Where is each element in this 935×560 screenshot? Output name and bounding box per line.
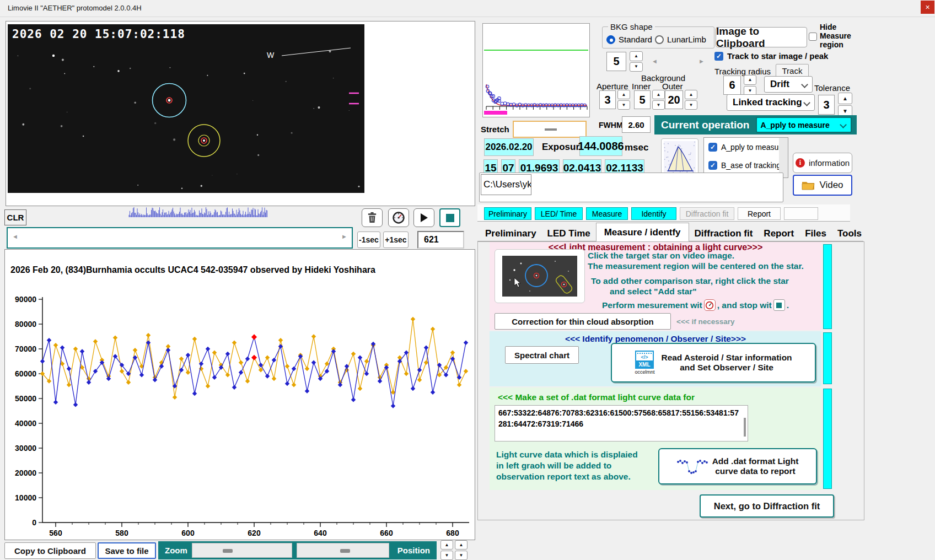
image-to-clipboard-button[interactable]: Image to Clipboard: [716, 27, 807, 47]
save-to-file-button[interactable]: Save to file: [98, 542, 156, 559]
tab-button-measure[interactable]: Measure: [586, 207, 628, 220]
play-button[interactable]: [413, 208, 434, 227]
position-slider[interactable]: [297, 543, 389, 558]
slider-left-icon[interactable]: ◄: [652, 58, 658, 64]
base-of-tracking-checkbox[interactable]: ✓ B_ase of tracking: [708, 161, 781, 170]
tab-button-led-time[interactable]: LED/ Time: [535, 207, 583, 220]
info-icon: i: [796, 158, 805, 168]
linked-tracking-dropdown[interactable]: Linked tracking: [727, 94, 815, 111]
zoom-slider-thumb[interactable]: [223, 549, 233, 553]
star-profile-chart: [482, 23, 590, 117]
frame-number-field[interactable]: 621: [417, 231, 464, 249]
tab-button-diffraction-fit: Diffraction fit: [680, 207, 734, 220]
tab-files[interactable]: Files: [799, 226, 832, 241]
thin-cloud-correction-button[interactable]: Correction for thin cloud absorption: [495, 313, 671, 330]
drift-dropdown[interactable]: Drift: [764, 76, 813, 93]
delete-button[interactable]: [362, 208, 383, 227]
dat-section-strip[interactable]: [823, 389, 832, 489]
clr-button[interactable]: CLR: [4, 209, 26, 225]
up-arrow-icon: ▲: [455, 540, 467, 550]
bkg-slider[interactable]: ◄ ►: [651, 55, 706, 69]
tab-preliminary[interactable]: Preliminary: [480, 226, 542, 241]
video-timestamp: 2026 02 20 15:07:02:118: [12, 28, 185, 41]
panel-scroll-strip: [779, 138, 788, 177]
tab-button-report[interactable]: Report: [738, 207, 781, 220]
tab-button-preliminary[interactable]: Preliminary: [484, 207, 531, 220]
close-icon: ×: [925, 3, 929, 12]
video-button[interactable]: Video: [793, 175, 852, 196]
tab-button-identify[interactable]: Identify: [631, 207, 676, 220]
mini-measure-button[interactable]: [704, 299, 716, 311]
copy-to-clipboard-button[interactable]: Copy to Clipboard: [4, 542, 96, 559]
slider-right-icon[interactable]: ►: [698, 58, 705, 64]
identify-section-strip[interactable]: [823, 332, 832, 384]
track-button[interactable]: Track: [776, 64, 809, 77]
video-path-box[interactable]: C:\Users\yk: [479, 173, 783, 202]
inner-field[interactable]: 5: [634, 90, 651, 109]
tab-row: PreliminaryLED TimeMeasure / identfyDiff…: [480, 223, 867, 241]
textarea-scrollbar[interactable]: [744, 418, 746, 437]
bkg-size-field[interactable]: 5: [606, 52, 626, 71]
fwhm-field: 2.60: [622, 116, 651, 133]
tab-diffraction-fit[interactable]: Diffraction fit: [689, 226, 759, 241]
video-image[interactable]: 2026 02 20 15:07:02:118 W: [8, 24, 364, 193]
tab-tools[interactable]: Tools: [832, 226, 867, 241]
tab-report[interactable]: Report: [758, 226, 799, 241]
dat-format-section: <<< Make a set of .dat format light curv…: [490, 387, 821, 490]
current-operation-label: Current operation: [661, 119, 749, 131]
information-button[interactable]: i information: [793, 153, 852, 173]
position-slider-thumb[interactable]: [340, 549, 350, 553]
track-to-star-checkbox[interactable]: ✓ Track to star image / peak: [714, 51, 828, 61]
bkg-size-spinner[interactable]: ▲▼: [630, 51, 643, 72]
mini-stop-button[interactable]: [773, 299, 785, 311]
radio-lunarlimb[interactable]: LunarLimb: [655, 35, 706, 44]
spectral-chart-button[interactable]: Spectral chart: [505, 346, 579, 364]
apply-to-measure-checkbox[interactable]: ✓ A_pply to measur: [708, 143, 781, 152]
tolerance-spinner[interactable]: ▲▼: [838, 93, 852, 117]
psf-view-button[interactable]: [661, 138, 698, 176]
close-button[interactable]: ×: [921, 1, 934, 14]
measure-section-strip[interactable]: [823, 244, 832, 329]
stretch-slider[interactable]: [513, 121, 587, 138]
stop-button[interactable]: [439, 208, 460, 227]
down-arrow-icon: ▼: [617, 100, 630, 110]
measure-button[interactable]: [388, 208, 409, 227]
linked-tracking-value: Linked tracking: [733, 97, 802, 108]
frame-scrollbar[interactable]: ◄ ►: [7, 227, 353, 249]
radio-standard[interactable]: Standard: [606, 35, 652, 44]
inner-spinner[interactable]: ▲▼: [652, 90, 665, 110]
drift-dropdown-value: Drift: [770, 79, 789, 90]
radio-standard-label: Standard: [619, 35, 652, 44]
scroll-left-icon[interactable]: ◄: [12, 233, 18, 240]
tab-led-time[interactable]: LED Time: [542, 226, 596, 241]
aperture-field[interactable]: 3: [599, 90, 616, 109]
scroll-right-icon[interactable]: ►: [341, 233, 347, 240]
current-operation-dropdown[interactable]: A_pply to measure: [756, 117, 852, 133]
hide-measure-checkbox[interactable]: [809, 33, 817, 41]
read-asteroid-button[interactable]: </>XML occelmnt Read Asteroid / Star inf…: [611, 343, 816, 383]
tracking-radius-spinner[interactable]: ▲▼: [744, 75, 756, 96]
outer-spinner[interactable]: ▲▼: [685, 90, 697, 110]
stretch-slider-thumb[interactable]: [545, 128, 557, 131]
aperture-spinner[interactable]: ▲▼: [617, 90, 630, 110]
video-path-field[interactable]: C:\Users\yk: [481, 174, 531, 195]
chart-spinner-2[interactable]: ▲▼: [455, 540, 467, 560]
add-dat-button[interactable]: Add .dat format Light curve data to repo…: [658, 448, 817, 484]
next-diffraction-button[interactable]: Next, go to Diffraction fit: [700, 494, 834, 518]
outer-field[interactable]: 20: [665, 90, 683, 109]
svg-text:90000: 90000: [15, 295, 36, 304]
measure-line1: Click the target star on video image.: [588, 251, 734, 261]
tolerance-field[interactable]: 3: [818, 95, 835, 115]
dat-data-textarea[interactable]: 667:53322:64876:70783:62316:61500:57568:…: [495, 405, 748, 441]
chevron-down-icon: [801, 81, 808, 88]
chart-spinner-1[interactable]: ▲▼: [440, 540, 453, 560]
tab-measure-identfy[interactable]: Measure / identfy: [596, 223, 689, 241]
zoom-slider[interactable]: [192, 543, 292, 558]
tracking-radius-field[interactable]: 6: [723, 76, 741, 95]
measure-line2: The measurement region will be centered …: [588, 261, 804, 271]
chevron-down-icon: [803, 99, 810, 106]
measure-line4: and select "Add star": [610, 287, 697, 297]
minus-1sec-button[interactable]: -1sec: [357, 231, 380, 248]
plus-1sec-button[interactable]: +1sec: [383, 231, 409, 248]
bkg-shape-legend: BKG shape: [608, 22, 655, 31]
